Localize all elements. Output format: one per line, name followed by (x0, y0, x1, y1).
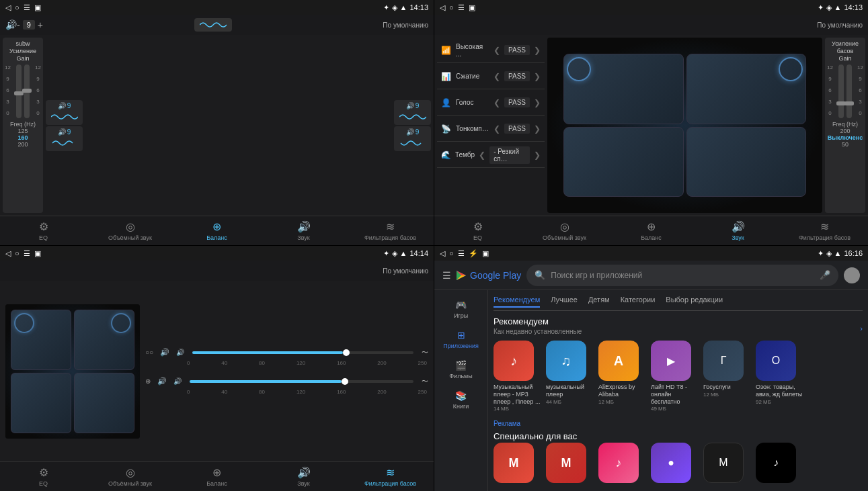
screenshot-btn-q4[interactable]: ▣ (482, 249, 489, 258)
bass-label-q2: Фильтрация басов (799, 234, 851, 241)
default-btn-q1[interactable]: По умолчанию (383, 21, 428, 29)
app-card-1[interactable]: ♫ музыкальный плеер 44 МБ (546, 341, 593, 412)
tab-kids[interactable]: Детям (588, 296, 610, 308)
thumb-2[interactable] (342, 378, 348, 385)
gps-icon-q4: ◈ (826, 249, 832, 258)
recommended-sub: Как недавно установленные (494, 328, 582, 335)
sound-label-voice: Голос (456, 99, 489, 106)
home-btn-q2[interactable]: ○ (449, 3, 454, 11)
ad-card-1[interactable]: М (546, 443, 593, 486)
sidebar-item-games[interactable]: 🎮 Игры (434, 296, 487, 323)
nav-sound-q3[interactable]: 🔊 Звук (260, 462, 347, 491)
wifi-icon-q1: ▲ (400, 3, 407, 11)
home-btn-q3[interactable]: ○ (15, 249, 19, 257)
search-placeholder-play: Поиск игр и приложений (551, 271, 814, 280)
home-btn-q4[interactable]: ○ (449, 249, 454, 257)
default-btn-q3[interactable]: По умолчанию (383, 267, 428, 275)
app-card-4[interactable]: Г Госуслуги 12 МБ (703, 341, 750, 412)
nav-left-voice[interactable]: ❮ (494, 98, 500, 107)
nav-eq-q1[interactable]: ⚙ EQ (0, 216, 87, 245)
nav-right-voice[interactable]: ❯ (534, 98, 541, 107)
back-btn-q4[interactable]: ◁ (440, 249, 445, 258)
nav-surround-q3[interactable]: ◎ Объёмный звук (87, 462, 173, 491)
freq-off-q2[interactable]: Выключенс (828, 134, 863, 141)
ad-card-5[interactable]: ♪ (756, 443, 803, 486)
status-left-q2: ◁ ○ ☰ ▣ (440, 3, 475, 12)
tab-best[interactable]: Лучшее (551, 296, 578, 308)
v-slider-l-q2[interactable] (838, 64, 844, 118)
gain-col-right: 12 9 6 3 0 (35, 64, 41, 118)
mic-icon-play[interactable]: 🎤 (820, 270, 830, 280)
thumb-1[interactable] (343, 349, 350, 356)
nav-bass-q3[interactable]: ≋ Фильтрация басов (347, 462, 434, 491)
ad-card-4[interactable]: M (703, 443, 750, 486)
sidebar-item-apps[interactable]: ⊞ Приложения (434, 326, 487, 353)
nav-eq-q3[interactable]: ⚙ EQ (0, 462, 87, 491)
nav-bass-q2[interactable]: ≋ Фильтрация басов (781, 216, 868, 245)
freq-160[interactable]: 160 (10, 134, 36, 141)
app-card-0[interactable]: ♪ Музыкальный плеер - MP3 плеер , Плеер … (494, 341, 541, 412)
bt-icon-q4: ✦ (818, 249, 824, 258)
menu-btn-q4[interactable]: ☰ (458, 249, 465, 258)
nav-surround-q2[interactable]: ◎ Объёмный звук (521, 216, 608, 245)
nav-sound-q2[interactable]: 🔊 Звук (695, 216, 781, 245)
movies-icon: 🎬 (455, 360, 467, 371)
car-img-q3 (5, 304, 140, 439)
vol-down-q1[interactable]: 🔊- (5, 19, 20, 30)
menu-btn-q3[interactable]: ☰ (24, 249, 30, 258)
app-card-5[interactable]: O Озон: товары, авиа, жд билеты 92 МБ (756, 341, 803, 412)
ad-card-0[interactable]: М (494, 443, 541, 486)
nav-left-tone[interactable]: ❮ (494, 124, 500, 134)
ad-icon-0: М (494, 443, 534, 483)
back-btn-q3[interactable]: ◁ (5, 249, 11, 258)
screenshot-btn-q1[interactable]: ▣ (34, 3, 41, 12)
nav-bass-q1[interactable]: ≋ Фильтрация басов (347, 216, 434, 245)
sidebar-item-books[interactable]: 📚 Книги (434, 386, 487, 414)
back-btn-q1[interactable]: ◁ (5, 3, 11, 12)
play-search-bar[interactable]: 🔍 Поиск игр и приложений 🎤 (526, 265, 838, 286)
app-card-3[interactable]: ▶ Лайт HD T8 - онлайн бесплатно 49 МБ (651, 341, 698, 412)
slider-left[interactable] (16, 64, 22, 118)
sound-icon-voice: 👤 (441, 98, 452, 107)
play-sidebar: 🎮 Игры ⊞ Приложения 🎬 Фильмы 📚 Книги (434, 290, 488, 491)
nav-right-timbre[interactable]: ❯ (534, 150, 541, 160)
tab-recommended[interactable]: Рекомендуем (494, 296, 540, 308)
menu-btn-q2[interactable]: ☰ (458, 3, 465, 12)
nav-surround-q1[interactable]: ◎ Объёмный звук (87, 216, 173, 245)
app-icon-3: ▶ (651, 341, 691, 381)
app-size-5: 92 МБ (756, 399, 803, 405)
sidebar-item-movies[interactable]: 🎬 Фильмы (434, 356, 487, 384)
app-card-2[interactable]: A AliExpress by Alibaba 12 МБ (598, 341, 645, 412)
gain-col-left: 12 9 6 3 0 (5, 64, 11, 118)
nav-balance-q1[interactable]: ⊕ Баланс (173, 216, 260, 245)
home-btn-q1[interactable]: ○ (15, 3, 19, 11)
tab-editors[interactable]: Выбор редакции (666, 296, 723, 308)
v-slider-r-q2[interactable] (846, 64, 852, 118)
slider-right[interactable] (24, 64, 30, 118)
nav-left-compress[interactable]: ❮ (494, 72, 500, 81)
nav-right-compress[interactable]: ❯ (534, 72, 541, 81)
back-btn-q2[interactable]: ◁ (440, 3, 445, 12)
screenshot-btn-q3[interactable]: ▣ (34, 249, 41, 258)
ad-card-2[interactable]: ♪ (598, 443, 645, 486)
avatar-q4[interactable] (844, 267, 860, 283)
ad-card-3[interactable]: ● (651, 443, 698, 486)
nav-sound-q1[interactable]: 🔊 Звук (260, 216, 347, 245)
nav-left-high[interactable]: ❮ (494, 46, 500, 55)
audio-app-q2: По умолчанию 📶 Высокая ... ❮ PASS ❯ 📊 Сж… (434, 15, 868, 245)
menu-btn-q1[interactable]: ☰ (24, 3, 30, 12)
track-container-1 (192, 351, 413, 354)
nav-balance-q2[interactable]: ⊕ Баланс (608, 216, 695, 245)
sr-q2-fl (567, 57, 591, 81)
see-all-btn[interactable]: › (860, 324, 863, 332)
vol-up-q1[interactable]: + (38, 19, 43, 30)
nav-eq-q2[interactable]: ⚙ EQ (434, 216, 521, 245)
nav-balance-q3[interactable]: ⊕ Баланс (173, 462, 260, 491)
tab-categories[interactable]: Категории (621, 296, 656, 308)
screenshot-btn-q2[interactable]: ▣ (469, 3, 475, 12)
hamburger-menu-play[interactable]: ☰ (442, 270, 451, 281)
nav-left-timbre[interactable]: ❮ (479, 150, 485, 160)
default-btn-q2[interactable]: По умолчанию (817, 21, 863, 29)
nav-right-high[interactable]: ❯ (534, 46, 541, 55)
nav-right-tone[interactable]: ❯ (534, 124, 541, 134)
